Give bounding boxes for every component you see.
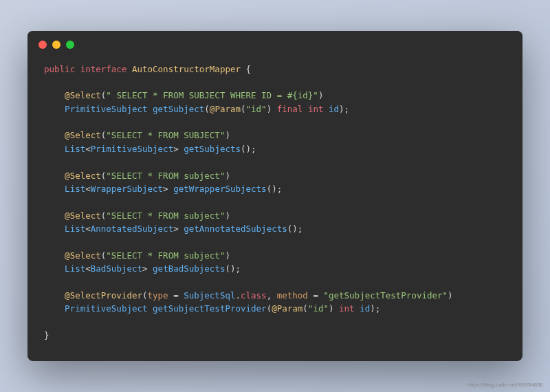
sql-string: "SELECT * FROM subject"	[106, 250, 225, 261]
sql-string: "SELECT * FROM subject"	[106, 171, 225, 181]
method-name: getSubjectTestProvider	[153, 303, 267, 314]
method-name: getWrapperSubjects	[173, 184, 266, 194]
maximize-icon[interactable]	[66, 41, 74, 49]
annotation: @Select	[65, 171, 101, 181]
annotation: @Select	[65, 130, 101, 140]
sql-string: "SELECT * FROM subject"	[106, 210, 225, 221]
keyword-public: public	[44, 64, 75, 74]
annotation: @Select	[65, 90, 101, 100]
sql-string: "SELECT * FROM SUBJECT"	[106, 130, 225, 140]
annotation: @Select	[65, 210, 101, 221]
sql-string: " SELECT * FROM SUBJECT WHERE ID = #{id}…	[106, 90, 318, 100]
method-name: getSubjects	[184, 144, 241, 154]
code-block: public interface AutoConstructorMapper {…	[28, 54, 522, 362]
method-name: getAnnotatedSubjects	[184, 224, 287, 234]
window-titlebar	[28, 31, 522, 54]
keyword-interface: interface	[80, 64, 127, 74]
interface-name: AutoConstructorMapper	[132, 64, 241, 74]
minimize-icon[interactable]	[52, 41, 60, 49]
annotation: @SelectProvider	[65, 290, 142, 301]
method-name: getSubject	[153, 104, 204, 114]
annotation: @Select	[65, 250, 101, 261]
watermark: https://blog.csdn.net/X6954636	[468, 382, 543, 388]
code-window: public interface AutoConstructorMapper {…	[28, 31, 522, 362]
method-name: getBadSubjects	[153, 263, 225, 274]
close-icon[interactable]	[38, 41, 47, 49]
return-type: PrimitiveSubject	[65, 104, 147, 114]
close-brace: }	[44, 330, 50, 340]
